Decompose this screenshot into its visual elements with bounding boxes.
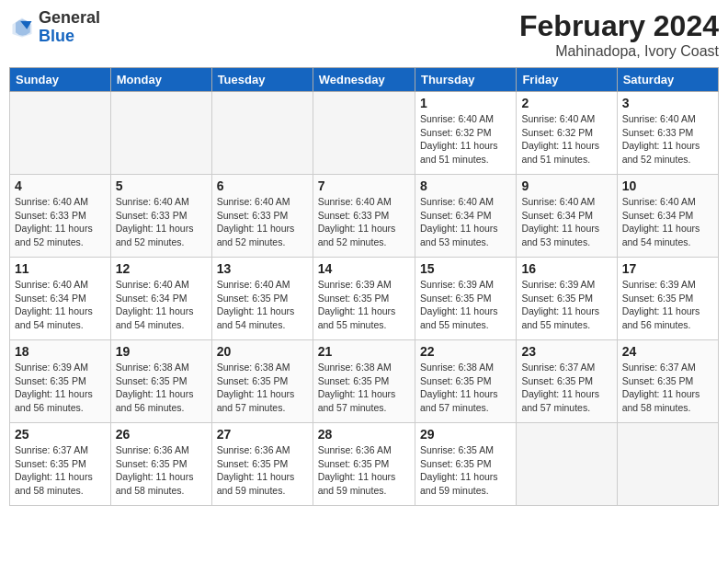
day-number: 9	[521, 178, 611, 193]
day-number: 14	[318, 261, 410, 276]
day-number: 8	[420, 178, 511, 193]
calendar-cell: 8Sunrise: 6:40 AM Sunset: 6:34 PM Daylig…	[415, 175, 516, 258]
calendar-week-row: 1Sunrise: 6:40 AM Sunset: 6:32 PM Daylig…	[10, 92, 719, 175]
calendar-cell: 24Sunrise: 6:37 AM Sunset: 6:35 PM Dayli…	[617, 340, 718, 423]
calendar-cell: 9Sunrise: 6:40 AM Sunset: 6:34 PM Daylig…	[517, 175, 617, 258]
day-info: Sunrise: 6:40 AM Sunset: 6:32 PM Dayligh…	[420, 112, 511, 167]
calendar-cell: 6Sunrise: 6:40 AM Sunset: 6:33 PM Daylig…	[211, 175, 313, 258]
location: Mahinadopa, Ivory Coast	[519, 43, 719, 60]
day-info: Sunrise: 6:40 AM Sunset: 6:33 PM Dayligh…	[15, 195, 106, 249]
calendar-week-row: 18Sunrise: 6:39 AM Sunset: 6:35 PM Dayli…	[10, 340, 719, 423]
day-info: Sunrise: 6:40 AM Sunset: 6:33 PM Dayligh…	[116, 195, 207, 249]
day-number: 21	[318, 344, 410, 359]
day-number: 28	[318, 427, 410, 442]
day-info: Sunrise: 6:40 AM Sunset: 6:34 PM Dayligh…	[420, 195, 511, 249]
day-info: Sunrise: 6:38 AM Sunset: 6:35 PM Dayligh…	[318, 361, 410, 415]
calendar-cell: 15Sunrise: 6:39 AM Sunset: 6:35 PM Dayli…	[415, 258, 516, 340]
day-number: 22	[420, 344, 511, 359]
day-info: Sunrise: 6:37 AM Sunset: 6:35 PM Dayligh…	[521, 361, 611, 415]
day-number: 11	[15, 261, 106, 276]
calendar-cell: 5Sunrise: 6:40 AM Sunset: 6:33 PM Daylig…	[110, 175, 211, 258]
day-number: 3	[622, 96, 713, 110]
day-info: Sunrise: 6:40 AM Sunset: 6:32 PM Dayligh…	[521, 112, 611, 167]
calendar-cell: 25Sunrise: 6:37 AM Sunset: 6:35 PM Dayli…	[10, 423, 111, 506]
day-number: 19	[116, 344, 207, 359]
day-info: Sunrise: 6:40 AM Sunset: 6:35 PM Dayligh…	[217, 278, 308, 332]
day-info: Sunrise: 6:40 AM Sunset: 6:34 PM Dayligh…	[116, 278, 207, 332]
day-number: 24	[622, 344, 713, 359]
day-info: Sunrise: 6:40 AM Sunset: 6:33 PM Dayligh…	[622, 112, 713, 167]
day-info: Sunrise: 6:38 AM Sunset: 6:35 PM Dayligh…	[116, 361, 207, 415]
calendar-cell: 16Sunrise: 6:39 AM Sunset: 6:35 PM Dayli…	[517, 258, 617, 340]
calendar-cell	[517, 423, 617, 506]
day-number: 29	[420, 427, 511, 442]
calendar-cell: 11Sunrise: 6:40 AM Sunset: 6:34 PM Dayli…	[10, 258, 111, 340]
logo-general: General	[39, 8, 100, 27]
day-number: 10	[622, 178, 713, 193]
day-number: 2	[521, 96, 611, 110]
day-info: Sunrise: 6:35 AM Sunset: 6:35 PM Dayligh…	[420, 443, 511, 498]
weekday-header: Thursday	[415, 68, 516, 92]
day-number: 20	[217, 344, 308, 359]
calendar-cell: 18Sunrise: 6:39 AM Sunset: 6:35 PM Dayli…	[10, 340, 111, 423]
day-info: Sunrise: 6:40 AM Sunset: 6:33 PM Dayligh…	[318, 195, 410, 249]
calendar-week-row: 11Sunrise: 6:40 AM Sunset: 6:34 PM Dayli…	[10, 258, 719, 340]
calendar-cell: 23Sunrise: 6:37 AM Sunset: 6:35 PM Dayli…	[517, 340, 617, 423]
calendar-table: SundayMondayTuesdayWednesdayThursdayFrid…	[9, 67, 719, 506]
logo: General Blue	[9, 9, 100, 46]
day-number: 5	[116, 178, 207, 193]
calendar-cell: 22Sunrise: 6:38 AM Sunset: 6:35 PM Dayli…	[415, 340, 516, 423]
calendar-week-row: 4Sunrise: 6:40 AM Sunset: 6:33 PM Daylig…	[10, 175, 719, 258]
day-number: 13	[217, 261, 308, 276]
day-number: 12	[116, 261, 207, 276]
day-info: Sunrise: 6:40 AM Sunset: 6:34 PM Dayligh…	[622, 195, 713, 249]
day-number: 16	[521, 261, 611, 276]
day-number: 6	[217, 178, 308, 193]
calendar-cell: 4Sunrise: 6:40 AM Sunset: 6:33 PM Daylig…	[10, 175, 111, 258]
page-header: General Blue February 2024 Mahinadopa, I…	[9, 9, 719, 60]
weekday-header: Monday	[110, 68, 211, 92]
calendar-cell: 29Sunrise: 6:35 AM Sunset: 6:35 PM Dayli…	[415, 423, 516, 506]
logo-text: General Blue	[39, 9, 100, 46]
calendar-cell: 13Sunrise: 6:40 AM Sunset: 6:35 PM Dayli…	[211, 258, 313, 340]
calendar-cell	[617, 423, 718, 506]
day-info: Sunrise: 6:38 AM Sunset: 6:35 PM Dayligh…	[420, 361, 511, 415]
day-info: Sunrise: 6:40 AM Sunset: 6:33 PM Dayligh…	[217, 195, 308, 249]
calendar-week-row: 25Sunrise: 6:37 AM Sunset: 6:35 PM Dayli…	[10, 423, 719, 506]
day-info: Sunrise: 6:38 AM Sunset: 6:35 PM Dayligh…	[217, 361, 308, 415]
logo-blue: Blue	[39, 27, 74, 45]
day-number: 26	[116, 427, 207, 442]
weekday-header: Tuesday	[211, 68, 313, 92]
day-info: Sunrise: 6:36 AM Sunset: 6:35 PM Dayligh…	[116, 443, 207, 498]
day-info: Sunrise: 6:39 AM Sunset: 6:35 PM Dayligh…	[622, 278, 713, 332]
day-info: Sunrise: 6:40 AM Sunset: 6:34 PM Dayligh…	[15, 278, 106, 332]
day-number: 27	[217, 427, 308, 442]
calendar-cell: 21Sunrise: 6:38 AM Sunset: 6:35 PM Dayli…	[313, 340, 415, 423]
day-number: 17	[622, 261, 713, 276]
day-info: Sunrise: 6:39 AM Sunset: 6:35 PM Dayligh…	[521, 278, 611, 332]
day-number: 15	[420, 261, 511, 276]
day-info: Sunrise: 6:36 AM Sunset: 6:35 PM Dayligh…	[217, 443, 308, 498]
calendar-cell: 17Sunrise: 6:39 AM Sunset: 6:35 PM Dayli…	[617, 258, 718, 340]
logo-icon	[9, 15, 35, 40]
calendar-cell: 26Sunrise: 6:36 AM Sunset: 6:35 PM Dayli…	[110, 423, 211, 506]
day-info: Sunrise: 6:39 AM Sunset: 6:35 PM Dayligh…	[420, 278, 511, 332]
calendar-cell: 2Sunrise: 6:40 AM Sunset: 6:32 PM Daylig…	[517, 92, 617, 175]
calendar-cell: 3Sunrise: 6:40 AM Sunset: 6:33 PM Daylig…	[617, 92, 718, 175]
calendar-cell: 1Sunrise: 6:40 AM Sunset: 6:32 PM Daylig…	[415, 92, 516, 175]
weekday-header-row: SundayMondayTuesdayWednesdayThursdayFrid…	[10, 68, 719, 92]
day-number: 7	[318, 178, 410, 193]
day-number: 23	[521, 344, 611, 359]
day-number: 18	[15, 344, 106, 359]
calendar-cell: 27Sunrise: 6:36 AM Sunset: 6:35 PM Dayli…	[211, 423, 313, 506]
calendar-cell	[313, 92, 415, 175]
weekday-header: Saturday	[617, 68, 718, 92]
calendar-cell: 19Sunrise: 6:38 AM Sunset: 6:35 PM Dayli…	[110, 340, 211, 423]
weekday-header: Wednesday	[313, 68, 415, 92]
day-number: 4	[15, 178, 106, 193]
day-info: Sunrise: 6:36 AM Sunset: 6:35 PM Dayligh…	[318, 443, 410, 498]
day-info: Sunrise: 6:39 AM Sunset: 6:35 PM Dayligh…	[318, 278, 410, 332]
weekday-header: Friday	[517, 68, 617, 92]
calendar-cell: 7Sunrise: 6:40 AM Sunset: 6:33 PM Daylig…	[313, 175, 415, 258]
day-info: Sunrise: 6:37 AM Sunset: 6:35 PM Dayligh…	[15, 443, 106, 498]
